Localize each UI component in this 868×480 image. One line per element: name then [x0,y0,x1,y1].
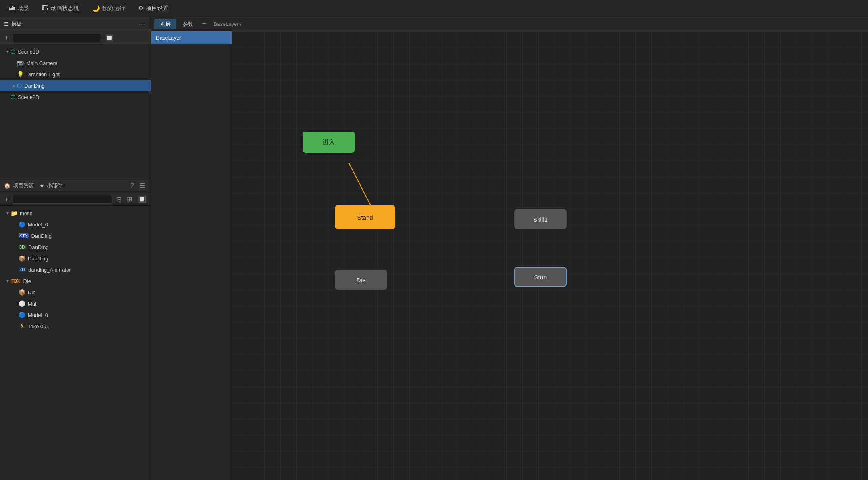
animation-tab-label: 动画状态机 [51,5,79,12]
tab-layers[interactable]: 图层 [154,19,176,29]
model0-2-label: Model_0 [28,312,48,318]
project-title-area: 🏠 项目资源 ★ 小部件 [4,182,63,189]
tree-item-danding[interactable]: ▶ ⬡ DanDing [0,80,151,91]
state-stun[interactable]: Stun [514,267,567,287]
tree-item-danding-animator[interactable]: 3D danding_Animator [0,264,151,275]
tree-item-danding-3d[interactable]: 3D DanDing [0,241,151,253]
tree-item-scene2d[interactable]: ⬡ Scene2D [0,91,151,103]
tree-item-dirlight[interactable]: 💡 Direction Light [0,69,151,80]
project-add-btn[interactable]: + [3,195,10,204]
mesh-label: mesh [20,210,33,216]
project-search-input[interactable] [13,195,112,204]
state-skill1[interactable]: Skill1 [514,209,567,229]
widget-title-text: 小部件 [47,182,63,189]
scene2d-icon: ⬡ [10,94,15,100]
danding-animator-label: danding_Animator [28,267,71,273]
filter-icon[interactable]: ⊟ [115,195,123,204]
mat-label: Mat [28,301,37,307]
danding-label: DanDing [24,83,45,89]
state-entry[interactable]: 进入 [303,132,355,153]
settings-tab-label: 项目设置 [146,5,169,12]
state-stand[interactable]: Stand [335,205,395,229]
project-actions: ? ☰ [129,181,147,190]
animator-add-btn[interactable]: + [200,20,209,28]
animator-content: BaseLayer 进入 [151,31,868,480]
project-menu-btn[interactable]: ☰ [138,181,147,190]
danding-arrow: ▶ [11,84,17,88]
model0-label: Model_0 [28,222,48,228]
state-die[interactable]: Die [335,270,387,290]
scene3d-arrow: ▼ [5,50,10,54]
skill1-label: Skill1 [533,216,548,223]
hierarchy-tree: ▼ ⬡ Scene3D 📷 Main Camera 💡 Direction [0,44,151,178]
star-icon: ★ [40,182,44,189]
animator-top-bar: 图层 参数 + BaseLayer / [151,17,868,31]
hierarchy-header: ☰ 层级 ⋯ [0,17,151,31]
grid-view-icon[interactable]: ⊞ [125,195,134,204]
mesh-arrow: ▼ [5,211,10,216]
layers-tab-label: 图层 [160,21,171,27]
preview-icon: 🌙 [92,4,100,12]
project-help-btn[interactable]: ? [129,181,136,190]
model0-icon: 🔵 [19,221,25,228]
hierarchy-actions: ⋯ [137,19,147,29]
left-panel: ☰ 层级 ⋯ + 🔲 ▼ ⬡ Scene3D [0,17,151,480]
right-panel: 图层 参数 + BaseLayer / BaseLayer [151,17,868,480]
main-layout: ☰ 层级 ⋯ + 🔲 ▼ ⬡ Scene3D [0,17,868,480]
entry-label: 进入 [323,138,335,146]
tree-item-danding-ktx[interactable]: KTX DanDing [0,230,151,241]
die-sub-label: Die [28,289,36,296]
hierarchy-add-btn[interactable]: + [3,34,10,42]
danding-3d-label: DanDing [28,244,49,250]
tree-item-model0-2[interactable]: 🔵 Model_0 [0,309,151,321]
scene-icon: 🏔 [9,5,15,12]
tree-item-danding-box[interactable]: 📦 DanDing [0,253,151,264]
animator-canvas[interactable]: 进入 Stand Skill1 Die Stun [232,31,868,480]
animation-icon: 🎞 [42,5,48,12]
tree-item-maincam[interactable]: 📷 Main Camera [0,57,151,69]
ktx-icon: KTX [19,233,29,238]
nav-tab-preview[interactable]: 🌙 预览运行 [86,3,131,14]
settings-icon: ⚙ [138,4,144,12]
scene3d-label: Scene3D [18,49,39,55]
preview-tab-label: 预览运行 [102,5,125,12]
tree-item-die-sub[interactable]: 📦 Die [0,287,151,298]
light-icon: 💡 [17,71,24,78]
mat-icon: ⚪ [19,300,25,307]
layer-item-baselayer[interactable]: BaseLayer [151,31,232,44]
tab-params[interactable]: 参数 [177,19,199,29]
project-header: 🏠 项目资源 ★ 小部件 ? ☰ [0,178,151,193]
tree-item-take001[interactable]: 🏃 Take 001 [0,321,151,332]
tree-item-scene3d[interactable]: ▼ ⬡ Scene3D [0,46,151,57]
3d-icon: 3D [19,245,26,249]
hierarchy-icon: ☰ [4,21,9,27]
tree-item-die-folder[interactable]: ▼ FBX Die [0,275,151,287]
tree-item-mat[interactable]: ⚪ Mat [0,298,151,309]
die-label: Die [357,277,366,283]
hierarchy-search-input[interactable] [13,34,101,42]
project-search-bar: + ⊟ ⊞ 🔲 [0,193,151,206]
danding-box-label: DanDing [28,256,48,262]
animator-tabs: 图层 参数 + [154,19,209,29]
die-sub-icon: 📦 [19,289,25,296]
die-folder-icon: FBX [10,279,21,283]
box-icon: 📦 [19,255,25,262]
hierarchy-menu-btn[interactable]: ⋯ [137,19,147,29]
animator-icon: 3D [19,267,26,272]
camera-icon: 📷 [17,60,24,66]
params-tab-label: 参数 [183,21,193,27]
nav-tab-scene[interactable]: 🏔 场景 [3,3,35,14]
nav-tab-animation[interactable]: 🎞 动画状态机 [36,3,85,14]
mesh-icon: 📁 [10,210,17,216]
take001-icon: 🏃 [19,323,25,329]
hierarchy-search-icon[interactable]: 🔲 [104,33,115,42]
nav-tab-settings[interactable]: ⚙ 项目设置 [132,3,174,14]
baselayer-label: BaseLayer [156,35,181,41]
tree-item-model0[interactable]: 🔵 Model_0 [0,219,151,230]
tree-item-mesh[interactable]: ▼ 📁 mesh [0,208,151,219]
list-view-icon[interactable]: 🔲 [136,195,148,204]
stand-label: Stand [357,214,373,221]
connection-arrows [232,31,868,480]
animator-breadcrumb: BaseLayer / [214,21,242,27]
danding-ktx-label: DanDing [31,233,52,239]
